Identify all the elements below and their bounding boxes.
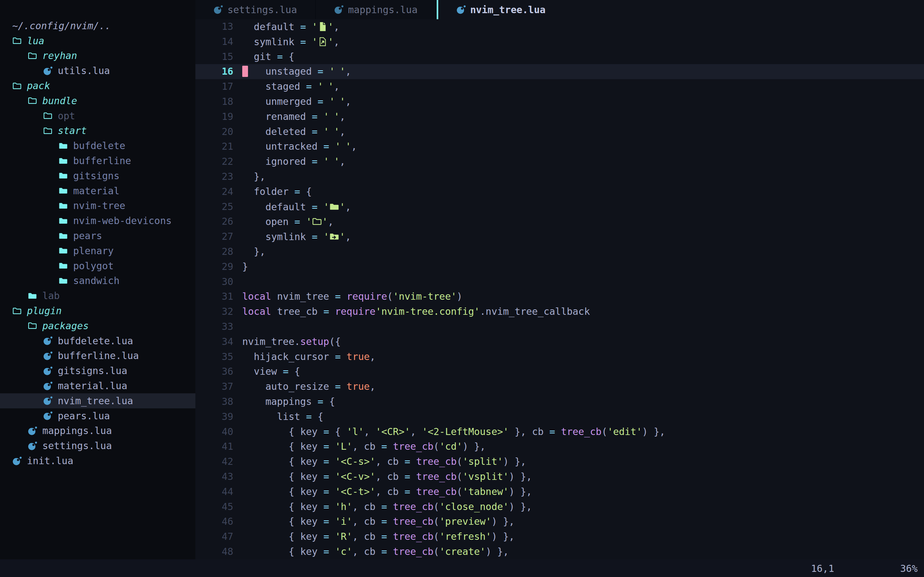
token-punc: ) }, [509, 471, 532, 482]
code-line-19[interactable]: 19 renamed = '', [195, 109, 924, 124]
code-line-13[interactable]: 13 default = '', [195, 19, 924, 34]
token-bool: true [347, 351, 370, 362]
token-op: = [323, 486, 335, 497]
code-line-32[interactable]: 32local tree_cb = require'nvim-tree.conf… [195, 304, 924, 319]
token-punc: { [242, 471, 300, 482]
tree-item-label: nvim-tree [73, 200, 126, 211]
tree-item-plugin[interactable]: plugin [0, 303, 195, 318]
code-line-29[interactable]: 29} [195, 259, 924, 274]
token-id: unmerged [242, 96, 318, 107]
code-line-27[interactable]: 27 symlink = '', [195, 229, 924, 244]
code-line-45[interactable]: 45 { key = 'h', cb = tree_cb('close_node… [195, 500, 924, 514]
code-line-34[interactable]: 34nvim_tree.setup({ [195, 334, 924, 350]
tab-mappings.lua[interactable]: mappings.lua [316, 0, 437, 19]
tree-item-material.lua[interactable]: material.lua [0, 378, 195, 393]
code-line-38[interactable]: 38 mappings = { [195, 394, 924, 409]
code-line-37[interactable]: 37 auto_resize = true, [195, 379, 924, 394]
code-line-31[interactable]: 31local nvim_tree = require('nvim-tree') [195, 289, 924, 304]
code-buffer[interactable]: 13 default = '',14 symlink = '',15 git =… [195, 19, 924, 559]
code-line-36[interactable]: 36 view = { [195, 364, 924, 379]
code-line-17[interactable]: 17 staged = '', [195, 79, 924, 94]
lua-icon [213, 5, 223, 15]
tree-item-material[interactable]: material [0, 183, 195, 198]
token-str: ' [328, 36, 334, 47]
code-line-14[interactable]: 14 symlink = '', [195, 34, 924, 49]
tree-item-gitsigns[interactable]: gitsigns [0, 168, 195, 183]
code-line-44[interactable]: 44 { key = '<C-t>', cb = tree_cb('tabnew… [195, 484, 924, 500]
nvim-tree-sidebar[interactable]: ~/.config/nvim/..luareyhanutils.luapackb… [0, 0, 195, 559]
token-str: ' [318, 81, 323, 92]
token-op: = [323, 306, 335, 317]
tree-item-reyhan[interactable]: reyhan [0, 48, 195, 63]
token-id: untracked [242, 141, 323, 152]
tree-item-lua[interactable]: lua [0, 33, 195, 48]
code-line-16[interactable]: 16 unstaged = '', [195, 64, 924, 79]
code-line-22[interactable]: 22 ignored = '', [195, 154, 924, 169]
tree-item-utils.lua[interactable]: utils.lua [0, 63, 195, 78]
tab-settings.lua[interactable]: settings.lua [195, 0, 316, 19]
tab-nvim_tree.lua[interactable]: nvim_tree.lua [438, 0, 564, 19]
code-line-23[interactable]: 23 }, [195, 169, 924, 184]
tree-item-polygot[interactable]: polygot [0, 258, 195, 274]
tree-item-label: gitsigns.lua [58, 365, 128, 376]
tree-item-sandwich[interactable]: sandwich [0, 274, 195, 288]
tree-item-pears[interactable]: pears [0, 228, 195, 243]
code-line-28[interactable]: 28 }, [195, 244, 924, 259]
token-str: 'R' [335, 531, 352, 542]
token-fn: tree_cb [416, 471, 457, 482]
code-line-21[interactable]: 21 untracked = '', [195, 139, 924, 154]
code-line-20[interactable]: 20 deleted = '', [195, 124, 924, 139]
tree-item-lab[interactable]: lab [0, 288, 195, 303]
code-line-41[interactable]: 41 { key = 'L', cb = tree_cb('cd') }, [195, 439, 924, 454]
line-number: 16 [195, 64, 242, 79]
code-line-40[interactable]: 40 { key = { 'l', '<CR>', '<2-LeftMouse>… [195, 424, 924, 440]
tree-item-bufferline[interactable]: bufferline [0, 153, 195, 168]
code-line-25[interactable]: 25 default = '', [195, 199, 924, 214]
token-id: cb [364, 441, 381, 452]
tree-item-bufdelete.lua[interactable]: bufdelete.lua [0, 334, 195, 348]
tree-item-bufdelete[interactable]: bufdelete [0, 138, 195, 153]
tree-item-opt[interactable]: opt [0, 108, 195, 123]
tree-item-plenary[interactable]: plenary [0, 243, 195, 258]
tree-item-pack[interactable]: pack [0, 78, 195, 93]
tree-item-gitsigns.lua[interactable]: gitsigns.lua [0, 363, 195, 378]
tree-root-path[interactable]: ~/.config/nvim/.. [0, 18, 195, 33]
tree-item-pears.lua[interactable]: pears.lua [0, 408, 195, 424]
tree-item-bundle[interactable]: bundle [0, 93, 195, 108]
code-line-43[interactable]: 43 { key = '<C-v>', cb = tree_cb('vsplit… [195, 469, 924, 484]
code-line-24[interactable]: 24 folder = { [195, 184, 924, 199]
code-line-content: { key = 'i', cb = tree_cb('preview') }, [242, 514, 515, 529]
code-line-26[interactable]: 26 open = '', [195, 214, 924, 229]
token-str: ' [339, 96, 345, 107]
tree-item-packages[interactable]: packages [0, 318, 195, 334]
token-op: = [277, 51, 288, 62]
code-line-18[interactable]: 18 unmerged = '', [195, 94, 924, 109]
cursor-position: 16,1 [811, 562, 834, 574]
code-line-33[interactable]: 33 [195, 319, 924, 334]
line-number: 24 [195, 184, 242, 199]
tree-item-nvim_tree.lua[interactable]: nvim_tree.lua [0, 393, 195, 408]
tree-item-settings.lua[interactable]: settings.lua [0, 438, 195, 453]
folder-open-outline-icon [27, 96, 37, 105]
lua-icon [43, 66, 53, 76]
code-line-39[interactable]: 39 list = { [195, 409, 924, 424]
token-id: key [300, 531, 323, 542]
code-line-content: staged = '', [242, 79, 339, 94]
code-line-47[interactable]: 47 { key = 'R', cb = tree_cb('refresh') … [195, 529, 924, 544]
tree-item-init.lua[interactable]: init.lua [0, 453, 195, 468]
code-line-48[interactable]: 48 { key = 'c', cb = tree_cb('create') }… [195, 544, 924, 559]
code-line-46[interactable]: 46 { key = 'i', cb = tree_cb('preview') … [195, 514, 924, 529]
code-line-content: { key = '<C-v>', cb = tree_cb('vsplit') … [242, 469, 532, 484]
line-number: 13 [195, 19, 242, 34]
code-line-35[interactable]: 35 hijack_cursor = true, [195, 350, 924, 364]
code-line-30[interactable]: 30 [195, 274, 924, 290]
tree-item-bufferline.lua[interactable]: bufferline.lua [0, 348, 195, 364]
code-line-15[interactable]: 15 git = { [195, 49, 924, 64]
tree-item-mappings.lua[interactable]: mappings.lua [0, 424, 195, 438]
token-op: = [294, 216, 306, 227]
code-line-42[interactable]: 42 { key = '<C-s>', cb = tree_cb('split'… [195, 454, 924, 469]
tree-item-start[interactable]: start [0, 123, 195, 139]
tree-item-nvim-tree[interactable]: nvim-tree [0, 198, 195, 213]
tree-item-nvim-web-devicons[interactable]: nvim-web-devicons [0, 213, 195, 228]
token-id: view [242, 366, 283, 377]
